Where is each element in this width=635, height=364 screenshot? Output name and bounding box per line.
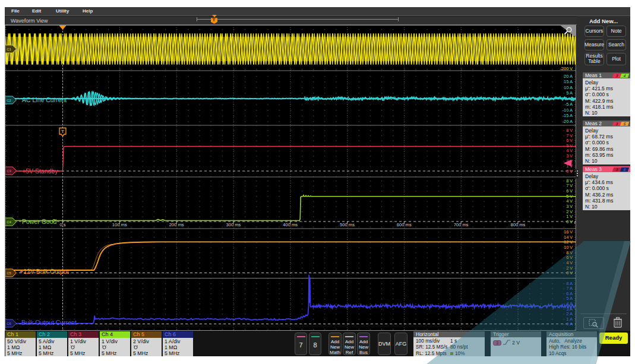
svg-text:10 A: 10 A: [564, 85, 573, 90]
svg-text:400 ms: 400 ms: [283, 222, 298, 227]
svg-text:C3: C3: [7, 169, 11, 173]
svg-text:-200 V: -200 V: [560, 66, 573, 71]
svg-text:500 ms: 500 ms: [340, 222, 355, 227]
svg-text:0 s: 0 s: [59, 222, 65, 227]
svg-text:+12V Bulk Output: +12V Bulk Output: [20, 268, 69, 275]
svg-text:-10 A: -10 A: [562, 107, 573, 113]
svg-text:C6: C6: [7, 322, 11, 325]
svg-text:600 ms: 600 ms: [397, 222, 412, 227]
svg-text:Bulk Output Current: Bulk Output Current: [21, 319, 77, 326]
svg-text:15 A: 15 A: [564, 79, 573, 84]
svg-text:200 ms: 200 ms: [169, 222, 184, 227]
svg-text:0 A: 0 A: [566, 321, 573, 327]
svg-text:-20 A: -20 A: [562, 119, 573, 124]
svg-text:5 A: 5 A: [566, 90, 573, 96]
svg-text:C1: C1: [7, 48, 11, 51]
svg-text:-5 A: -5 A: [565, 102, 573, 107]
svg-text:4 V: 4 V: [566, 260, 573, 265]
svg-text:100 ms: 100 ms: [112, 222, 127, 227]
svg-text:C4: C4: [7, 220, 11, 224]
svg-text:700 ms: 700 ms: [454, 222, 469, 227]
svg-text:7 V: 7 V: [566, 183, 573, 188]
svg-text:14 V: 14 V: [564, 235, 573, 240]
svg-text:300 ms: 300 ms: [226, 222, 241, 227]
svg-text:20 A: 20 A: [564, 74, 573, 79]
svg-text:C2: C2: [7, 99, 11, 102]
svg-text:0 V: 0 V: [566, 219, 573, 224]
svg-text:3 V: 3 V: [566, 204, 573, 209]
svg-text:T: T: [61, 129, 64, 134]
svg-text:6 V: 6 V: [566, 255, 573, 260]
svg-text:AC Line Current: AC Line Current: [22, 96, 67, 103]
svg-text:0 V: 0 V: [566, 270, 573, 276]
svg-text:Power Good: Power Good: [22, 218, 57, 225]
svg-text:800 ms: 800 ms: [510, 222, 525, 227]
svg-text:6 V: 6 V: [566, 138, 573, 143]
svg-text:-15 A: -15 A: [562, 113, 573, 118]
svg-text:C5: C5: [7, 271, 11, 275]
svg-text:10 V: 10 V: [564, 245, 573, 250]
svg-text:0 V: 0 V: [566, 169, 573, 174]
svg-text:+5V Standby: +5V Standby: [22, 167, 58, 175]
